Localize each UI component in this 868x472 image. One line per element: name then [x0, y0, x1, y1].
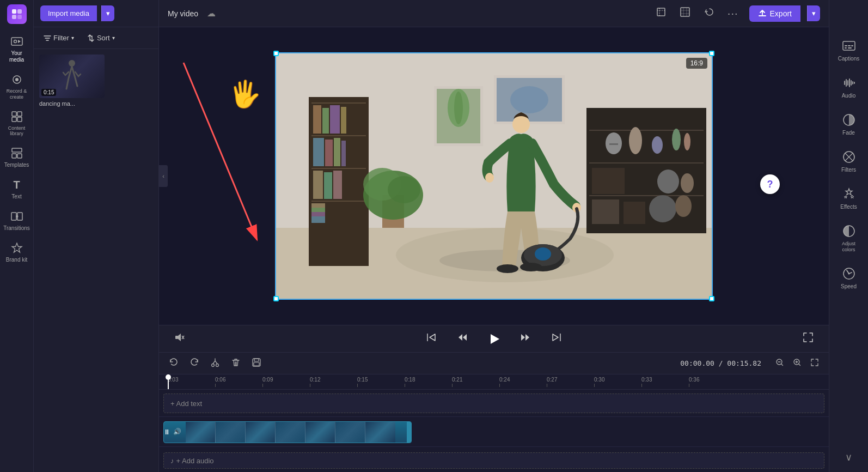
help-button[interactable]: ?: [760, 174, 780, 194]
fit-to-screen-button[interactable]: [807, 356, 822, 371]
ruler-tick: [594, 384, 595, 387]
video-clip[interactable]: [163, 421, 412, 443]
svg-rect-27: [311, 168, 366, 169]
clip-right-handle[interactable]: [407, 422, 411, 443]
cursor-hand: 🖐: [229, 79, 261, 110]
delete-button[interactable]: [228, 355, 244, 372]
sidebar-item-audio[interactable]: Audio: [832, 70, 866, 105]
audio-track-content: ♪ + Add audio: [159, 447, 829, 472]
project-name: My video: [168, 9, 198, 18]
export-button[interactable]: Export: [749, 5, 800, 22]
sort-button[interactable]: Sort ▾: [84, 32, 118, 44]
sidebar-item-your-media[interactable]: Your media: [2, 31, 32, 68]
ruler-mark: 0:15: [357, 377, 405, 387]
video-frame: 16:9: [276, 53, 712, 299]
svg-point-78: [535, 247, 551, 261]
resize-icon: [680, 7, 690, 17]
skip-back-icon: [425, 331, 437, 343]
filters-icon: [841, 149, 857, 165]
import-media-arrow-button[interactable]: ▾: [101, 5, 114, 21]
resize-tool-button[interactable]: [675, 4, 695, 22]
svg-rect-1: [17, 9, 22, 14]
sidebar-item-record[interactable]: Record &create: [2, 69, 32, 105]
skip-back-button[interactable]: [421, 329, 442, 348]
ruler-tick: [499, 384, 500, 387]
content-library-icon: [10, 110, 23, 123]
svg-rect-95: [848, 45, 851, 46]
fast-forward-button[interactable]: [515, 329, 535, 348]
captions-label: Captions: [838, 56, 859, 62]
filter-button[interactable]: Filter ▾: [40, 32, 77, 44]
media-thumbnail: 0:15: [39, 55, 105, 98]
more-tools-button[interactable]: ···: [723, 5, 743, 22]
ruler-tick: [689, 384, 689, 387]
rewind-button[interactable]: [453, 329, 473, 348]
ruler-marks: 0:03 0:06 0:09 0:12 0:15: [159, 374, 736, 387]
sidebar-item-filters[interactable]: Filters: [832, 144, 866, 179]
svg-rect-39: [333, 171, 342, 199]
svg-point-56: [672, 129, 681, 150]
mute-toggle-button[interactable]: [170, 330, 190, 348]
svg-point-106: [848, 273, 849, 274]
zoom-in-button[interactable]: [790, 356, 805, 371]
sidebar-item-fade[interactable]: Fade: [832, 107, 866, 142]
play-button[interactable]: [484, 329, 504, 349]
sidebar-collapse-button[interactable]: ∨: [845, 451, 852, 463]
svg-rect-25: [311, 102, 366, 104]
sidebar-item-brand-kit[interactable]: Brand kit: [2, 237, 32, 268]
redo-button[interactable]: [186, 355, 203, 372]
sidebar-item-effects[interactable]: Effects: [832, 181, 866, 216]
mute-icon: [174, 332, 185, 343]
sidebar-item-captions[interactable]: Captions: [832, 33, 866, 68]
ruler-mark: 0:36: [689, 377, 736, 387]
svg-point-47: [388, 176, 420, 203]
sort-icon: [87, 34, 95, 42]
effects-label: Effects: [840, 204, 857, 210]
media-icon: [10, 35, 23, 48]
media-item[interactable]: 0:15 dancing ma...: [39, 55, 153, 107]
add-audio-button[interactable]: ♪ + Add audio: [163, 452, 824, 469]
fullscreen-button[interactable]: [798, 330, 818, 348]
svg-rect-11: [17, 117, 22, 122]
clip-frame: [216, 422, 246, 443]
sidebar-item-text[interactable]: T Text: [2, 174, 32, 204]
ruler-tick: [405, 384, 405, 387]
svg-rect-36: [341, 141, 346, 166]
svg-rect-0: [12, 9, 16, 14]
panel-collapse-button[interactable]: ‹: [159, 165, 168, 187]
undo-button[interactable]: [166, 355, 182, 372]
svg-rect-28: [311, 201, 366, 202]
timeline-zoom-controls: [772, 356, 822, 371]
svg-point-64: [649, 195, 676, 222]
svg-rect-96: [851, 45, 853, 46]
crop-icon: [656, 7, 667, 17]
ruler-tick: [641, 384, 642, 387]
cut-button[interactable]: [207, 355, 223, 372]
svg-point-54: [629, 127, 642, 154]
sidebar-item-transitions[interactable]: Transitions: [2, 205, 32, 236]
save-icon: [252, 358, 261, 367]
crop-tool-button[interactable]: [651, 4, 671, 22]
svg-point-74: [485, 173, 494, 183]
add-text-button[interactable]: + Add text: [163, 394, 824, 413]
export-arrow-button[interactable]: ▾: [807, 5, 820, 21]
svg-point-61: [681, 173, 694, 193]
sidebar-item-content-library[interactable]: Contentlibrary: [2, 106, 32, 142]
zoom-out-button[interactable]: [772, 356, 787, 371]
rotate-tool-button[interactable]: [699, 4, 719, 22]
sidebar-item-speed[interactable]: Speed: [832, 261, 866, 295]
sidebar-item-templates[interactable]: Templates: [2, 142, 32, 173]
zoom-out-icon: [775, 358, 784, 367]
text-icon: T: [10, 178, 23, 191]
clip-frames: [186, 422, 411, 443]
import-media-button[interactable]: Import media: [40, 5, 97, 21]
timeline-time-display: 00:00.00 / 00:15.82: [680, 359, 761, 367]
sidebar-item-adjust-colors[interactable]: Adjustcolors: [832, 218, 866, 258]
skip-forward-button[interactable]: [546, 329, 567, 348]
playback-controls: [159, 325, 829, 352]
svg-rect-90: [254, 362, 259, 366]
svg-rect-29: [313, 105, 321, 134]
save-to-media-button[interactable]: [248, 355, 265, 372]
aspect-ratio-badge: 16:9: [686, 58, 707, 69]
top-bar-tools: ···: [651, 4, 743, 22]
